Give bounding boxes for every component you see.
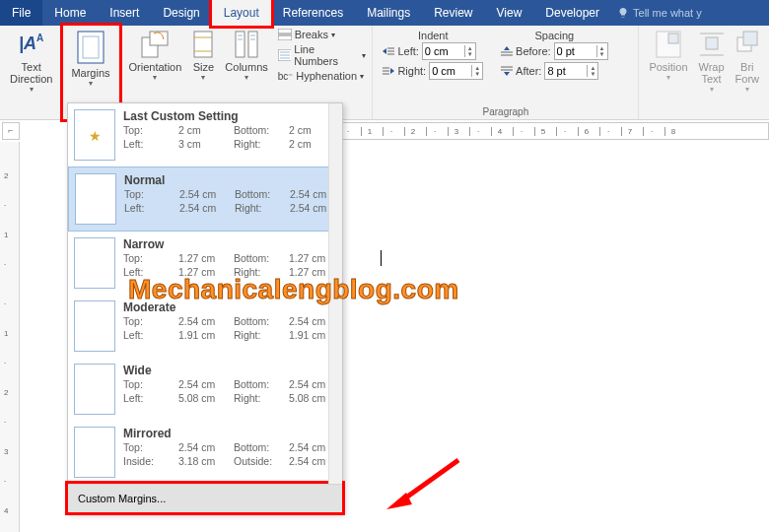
group-paragraph: Indent Left: ▲▼ Right: ▲▼ Spacing Before… (373, 26, 639, 119)
spacing-before-icon (501, 46, 513, 56)
group-text-direction: |AA Text Direction (0, 26, 63, 119)
spacing-after-input[interactable]: ▲▼ (544, 62, 598, 80)
margins-option-text: ModerateTop:2.54 cmBottom:2.54 cmLeft:1.… (123, 300, 340, 352)
wrap-text-button[interactable]: Wrap Text (694, 28, 730, 96)
spin-down[interactable]: ▼ (465, 51, 475, 57)
margins-thumb-icon (74, 300, 115, 352)
spacing-title: Spacing (501, 30, 607, 41)
ruler-corner: ⌐ (2, 122, 20, 140)
margins-option-text: MirroredTop:2.54 cmBottom:2.54 cmInside:… (123, 427, 340, 478)
svg-rect-15 (278, 29, 292, 33)
indent-left-input[interactable]: ▲▼ (422, 42, 476, 60)
margins-label: Margins (71, 67, 109, 79)
columns-button[interactable]: Columns (221, 28, 271, 84)
group-arrange: Position Wrap Text Bri Forw (639, 26, 769, 119)
margins-option-normal[interactable]: NormalTop:2.54 cmBottom:2.54 cmLeft:2.54… (68, 166, 342, 232)
bring-forward-icon (735, 30, 759, 59)
breaks-label: Breaks (295, 29, 328, 40)
margins-option-text: WideTop:2.54 cmBottom:2.54 cmLeft:5.08 c… (123, 364, 340, 415)
margins-option-moderate[interactable]: ModerateTop:2.54 cmBottom:2.54 cmLeft:1.… (68, 295, 342, 358)
line-numbers-icon (278, 49, 292, 61)
bulb-icon (617, 7, 629, 19)
tab-developer[interactable]: Developer (533, 0, 611, 26)
margins-option-text: NarrowTop:1.27 cmBottom:1.27 cmLeft:1.27… (123, 237, 340, 289)
margins-thumb-icon (75, 173, 116, 225)
indent-left-label: Left: (397, 45, 418, 57)
svg-rect-6 (194, 32, 212, 57)
dropdown-scrollbar[interactable] (328, 103, 342, 484)
margins-option-text: NormalTop:2.54 cmBottom:2.54 cmLeft:2.54… (124, 173, 341, 225)
text-direction-label: Text Direction (10, 61, 52, 85)
tab-design[interactable]: Design (151, 0, 211, 26)
spin-down[interactable]: ▼ (472, 71, 482, 77)
margins-thumb-icon (74, 427, 115, 478)
line-numbers-label: Line Numbers (294, 43, 359, 67)
svg-text:|A: |A (19, 33, 36, 53)
indent-right-input[interactable]: ▲▼ (429, 62, 483, 80)
spacing-before-input[interactable]: ▲▼ (554, 42, 608, 60)
margins-option-mirrored[interactable]: MirroredTop:2.54 cmBottom:2.54 cmInside:… (68, 421, 342, 484)
hyphenation-label: Hyphenation (296, 70, 357, 82)
position-icon (655, 30, 682, 59)
hyphenation-button[interactable]: bc⁻Hyphenation▾ (278, 69, 367, 83)
spin-down[interactable]: ▼ (597, 51, 607, 57)
line-numbers-button[interactable]: Line Numbers▾ (278, 42, 367, 68)
orientation-button[interactable]: Orientation (125, 28, 186, 84)
tab-home[interactable]: Home (42, 0, 98, 26)
size-icon (191, 30, 215, 59)
bring-forward-button[interactable]: Bri Forw (732, 28, 763, 96)
tab-bar: File Home Insert Design Layout Reference… (0, 0, 769, 26)
tab-insert[interactable]: Insert (98, 0, 151, 26)
margins-thumb-icon (74, 364, 115, 415)
indent-right-icon (383, 66, 394, 76)
spin-down[interactable]: ▼ (588, 71, 597, 77)
tab-view[interactable]: View (485, 0, 534, 26)
paragraph-group-label: Paragraph (379, 106, 632, 119)
breaks-icon (278, 29, 292, 40)
tell-me-label: Tell me what y (633, 7, 702, 19)
columns-icon (234, 30, 259, 59)
margins-dropdown: ★Last Custom SettingTop:2 cmBottom:2 cmL… (67, 102, 343, 513)
tab-mailings[interactable]: Mailings (355, 0, 422, 26)
margins-option-text: Last Custom SettingTop:2 cmBottom:2 cmLe… (123, 109, 340, 161)
tab-review[interactable]: Review (422, 0, 484, 26)
margins-option-narrow[interactable]: NarrowTop:1.27 cmBottom:1.27 cmLeft:1.27… (68, 232, 342, 295)
margins-option-wide[interactable]: WideTop:2.54 cmBottom:2.54 cmLeft:5.08 c… (68, 358, 342, 421)
spacing-after-label: After: (516, 65, 541, 77)
margins-button[interactable]: Margins (67, 28, 113, 90)
tab-references[interactable]: References (271, 0, 355, 26)
margins-thumb-icon: ★ (74, 109, 115, 161)
vertical-ruler[interactable]: 2·1··1·2·3·4 (0, 142, 20, 532)
size-button[interactable]: Size (187, 28, 219, 84)
orientation-icon (140, 30, 170, 59)
text-cursor (381, 250, 382, 266)
svg-rect-32 (668, 33, 678, 43)
wrap-text-label: Wrap Text (699, 61, 725, 85)
position-label: Position (649, 61, 687, 73)
indent-title: Indent (383, 30, 483, 41)
breaks-button[interactable]: Breaks▾ (278, 28, 367, 41)
spacing-after-icon (501, 66, 513, 76)
bring-forward-label: Bri Forw (735, 61, 759, 85)
columns-label: Columns (225, 61, 267, 73)
text-direction-button[interactable]: |AA Text Direction (6, 28, 56, 96)
position-button[interactable]: Position (645, 28, 691, 96)
size-label: Size (193, 61, 214, 73)
spacing-before-label: Before: (516, 45, 550, 57)
tab-layout[interactable]: Layout (212, 0, 271, 26)
orientation-label: Orientation (129, 61, 182, 73)
indent-left-icon (383, 46, 394, 56)
svg-rect-37 (743, 32, 757, 45)
margins-icon (74, 30, 107, 65)
svg-rect-16 (278, 35, 292, 40)
custom-margins-button[interactable]: Custom Margins... (68, 484, 342, 512)
margins-option-last-custom-setting[interactable]: ★Last Custom SettingTop:2 cmBottom:2 cmL… (68, 103, 342, 166)
tell-me[interactable]: Tell me what y (611, 7, 702, 19)
svg-text:A: A (36, 33, 43, 43)
tab-file[interactable]: File (0, 0, 42, 26)
horizontal-ruler[interactable]: ·1·2·3·4·5·6·7·8 (330, 122, 769, 140)
indent-right-label: Right: (397, 65, 426, 77)
svg-rect-5 (150, 32, 168, 45)
svg-rect-33 (706, 37, 718, 49)
text-direction-icon: |AA (17, 30, 46, 59)
